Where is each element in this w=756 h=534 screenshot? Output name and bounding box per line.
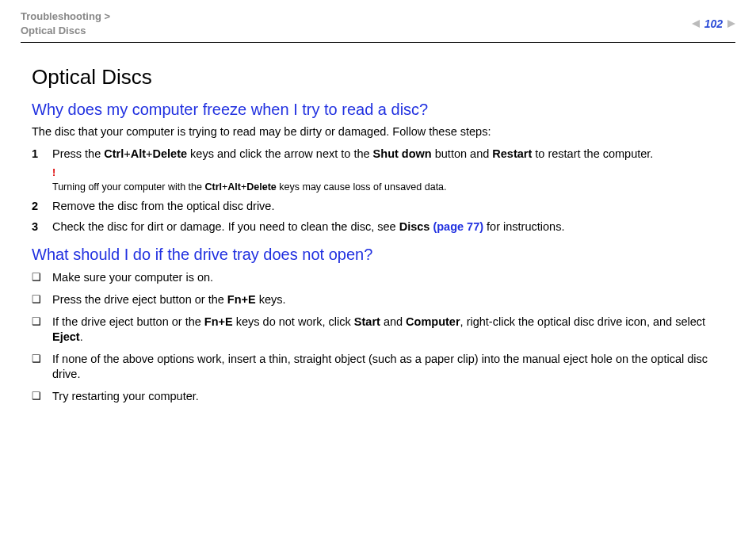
section-heading-tray: What should I do if the drive tray does …	[32, 246, 735, 264]
bullet-icon: ❑	[32, 389, 52, 405]
caution-icon: !	[52, 166, 735, 179]
breadcrumb-line-1: Troubleshooting >	[21, 10, 110, 22]
steps-list: Press the Ctrl+Alt+Delete keys and click…	[32, 146, 735, 162]
list-item: ❑If the drive eject button or the Fn+E k…	[32, 315, 735, 345]
prev-page-icon[interactable]	[692, 20, 700, 28]
list-item: ❑Try restarting your computer.	[32, 389, 735, 405]
bullet-icon: ❑	[32, 315, 52, 345]
step-1: Press the Ctrl+Alt+Delete keys and click…	[32, 146, 735, 162]
section1-intro: The disc that your computer is trying to…	[32, 125, 735, 138]
bullet-icon: ❑	[32, 270, 52, 286]
list-item: ❑Make sure your computer is on.	[32, 270, 735, 286]
step-3: Check the disc for dirt or damage. If yo…	[32, 219, 735, 235]
breadcrumb: Troubleshooting > Optical Discs	[21, 10, 110, 37]
steps-list-cont: Remove the disc from the optical disc dr…	[32, 198, 735, 235]
caution-note: ! Turning off your computer with the Ctr…	[52, 166, 735, 193]
page-number: 102	[704, 17, 723, 30]
bullet-list: ❑Make sure your computer is on. ❑Press t…	[32, 270, 735, 404]
page-content: Optical Discs Why does my computer freez…	[21, 43, 735, 404]
bullet-icon: ❑	[32, 352, 52, 383]
discs-page-link[interactable]: (page 77)	[433, 220, 483, 233]
next-page-icon[interactable]	[727, 20, 735, 28]
breadcrumb-line-2: Optical Discs	[21, 25, 86, 36]
section-heading-freeze: Why does my computer freeze when I try t…	[32, 101, 735, 119]
page-header: Troubleshooting > Optical Discs 102	[21, 10, 735, 43]
list-item: ❑Press the drive eject button or the Fn+…	[32, 292, 735, 308]
page-title: Optical Discs	[32, 65, 735, 90]
list-item: ❑If none of the above options work, inse…	[32, 352, 735, 383]
page-nav: 102	[692, 10, 735, 30]
bullet-icon: ❑	[32, 292, 52, 308]
manual-page: Troubleshooting > Optical Discs 102 Opti…	[0, 0, 756, 404]
step-2: Remove the disc from the optical disc dr…	[32, 198, 735, 214]
